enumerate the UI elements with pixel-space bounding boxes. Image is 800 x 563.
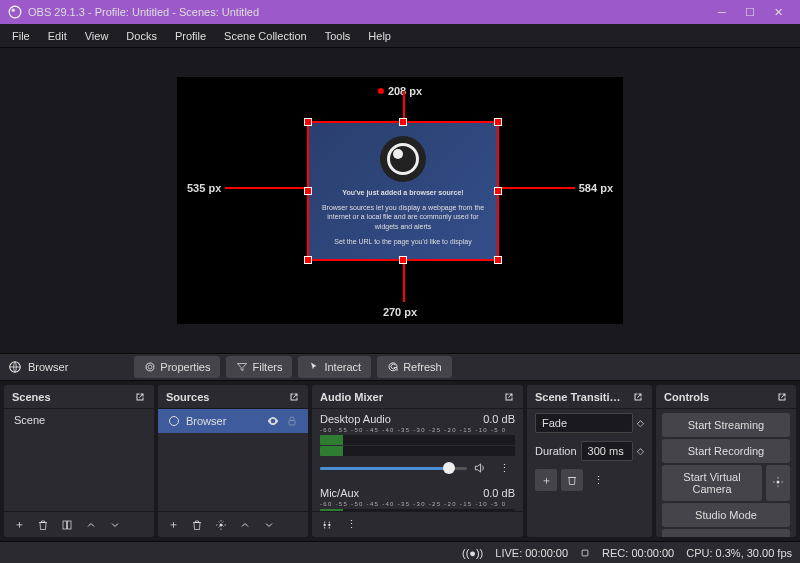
signal-icon: ((●))	[462, 547, 483, 559]
start-streaming-button[interactable]: Start Streaming	[662, 413, 790, 437]
globe-icon	[168, 415, 180, 427]
context-source: Browser	[8, 360, 68, 374]
menu-edit[interactable]: Edit	[40, 26, 75, 46]
stop-icon	[580, 548, 590, 558]
add-transition-button[interactable]: ＋	[535, 469, 557, 491]
filter-icon	[236, 361, 248, 373]
gear-icon	[215, 519, 227, 531]
svg-rect-4	[68, 521, 72, 529]
svg-point-8	[324, 523, 326, 525]
add-scene-button[interactable]: ＋	[8, 514, 30, 536]
menu-file[interactable]: File	[4, 26, 38, 46]
dimension-right: 584 px	[579, 182, 613, 194]
properties-button[interactable]: Properties	[134, 356, 220, 378]
preview-area[interactable]: 208 px 535 px 584 px 270 px You've just …	[0, 48, 800, 353]
scene-down-button[interactable]	[104, 514, 126, 536]
menu-profile[interactable]: Profile	[167, 26, 214, 46]
mixer-channel-mic: Mic/Aux0.0 dB -60 -55 -50 -45 -40 -35 -3…	[312, 483, 523, 511]
channel-menu-button[interactable]: ⋮	[493, 457, 515, 479]
source-up-button[interactable]	[234, 514, 256, 536]
popout-icon[interactable]	[776, 391, 788, 403]
source-item-browser[interactable]: Browser	[158, 409, 308, 433]
start-virtual-camera-button[interactable]: Start Virtual Camera	[662, 465, 762, 501]
grid-icon	[61, 519, 73, 531]
obs-logo-icon	[380, 136, 426, 182]
context-bar: Browser Properties Filters Interact Refr…	[0, 353, 800, 381]
svg-point-9	[328, 523, 330, 525]
menubar: File Edit View Docks Profile Scene Colle…	[0, 24, 800, 48]
refresh-button[interactable]: Refresh	[377, 356, 452, 378]
start-recording-button[interactable]: Start Recording	[662, 439, 790, 463]
statusbar: ((●)) LIVE: 00:00:00 REC: 00:00:00 CPU: …	[0, 541, 800, 563]
gear-small-icon	[320, 518, 334, 532]
mixer-adv-button[interactable]	[316, 514, 338, 536]
transition-select[interactable]: Fade	[535, 413, 633, 433]
controls-title: Controls	[664, 391, 709, 403]
refresh-icon	[387, 361, 399, 373]
window-title: OBS 29.1.3 - Profile: Untitled - Scenes:…	[28, 6, 259, 18]
eye-icon[interactable]	[266, 414, 280, 428]
source-desc: Browser sources let you display a webpag…	[317, 203, 489, 230]
scenes-panel: Scenes Scene ＋	[4, 385, 154, 537]
maximize-button[interactable]: ☐	[736, 2, 764, 22]
speaker-icon[interactable]	[473, 461, 487, 475]
trash-icon	[191, 519, 203, 531]
status-cpu: CPU: 0.3%, 30.00 fps	[686, 547, 792, 559]
vu-meter	[320, 435, 515, 445]
titlebar: OBS 29.1.3 - Profile: Untitled - Scenes:…	[0, 0, 800, 24]
menu-help[interactable]: Help	[360, 26, 399, 46]
close-button[interactable]: ✕	[764, 2, 792, 22]
dimension-top: 208 px	[388, 85, 422, 97]
svg-rect-3	[63, 521, 67, 529]
remove-transition-button[interactable]	[561, 469, 583, 491]
menu-scene-collection[interactable]: Scene Collection	[216, 26, 315, 46]
scene-up-button[interactable]	[80, 514, 102, 536]
lock-icon[interactable]	[286, 415, 298, 427]
svg-point-10	[777, 481, 780, 484]
studio-mode-button[interactable]: Studio Mode	[662, 503, 790, 527]
duration-input[interactable]: 300 ms	[581, 441, 633, 461]
scene-item[interactable]: Scene	[4, 409, 154, 431]
minimize-button[interactable]: ─	[708, 2, 736, 22]
dimension-left: 535 px	[187, 182, 221, 194]
duration-label: Duration	[535, 445, 577, 457]
filters-button[interactable]: Filters	[226, 356, 292, 378]
settings-button[interactable]: Settings	[662, 529, 790, 537]
mixer-menu-button[interactable]: ⋮	[340, 514, 362, 536]
remove-scene-button[interactable]	[32, 514, 54, 536]
popout-icon[interactable]	[288, 391, 300, 403]
menu-docks[interactable]: Docks	[118, 26, 165, 46]
gear-icon	[144, 361, 156, 373]
add-source-button[interactable]: ＋	[162, 514, 184, 536]
scene-filter-button[interactable]	[56, 514, 78, 536]
source-props-button[interactable]	[210, 514, 232, 536]
scenes-title: Scenes	[12, 391, 51, 403]
trash-icon	[37, 519, 49, 531]
svg-point-1	[12, 9, 16, 13]
source-down-button[interactable]	[258, 514, 280, 536]
remove-source-button[interactable]	[186, 514, 208, 536]
chevron-down-icon	[263, 519, 275, 531]
volume-slider[interactable]	[320, 467, 467, 470]
popout-icon[interactable]	[503, 391, 515, 403]
vcam-settings-button[interactable]	[766, 465, 790, 501]
controls-panel: Controls Start Streaming Start Recording…	[656, 385, 796, 537]
popout-icon[interactable]	[632, 391, 644, 403]
panels: Scenes Scene ＋ Sources Browser ＋	[0, 381, 800, 541]
globe-icon	[8, 360, 22, 374]
source-title: You've just added a browser source!	[342, 188, 463, 197]
gear-icon	[772, 476, 784, 488]
transitions-title: Scene Transiti…	[535, 391, 621, 403]
transition-menu-button[interactable]: ⋮	[587, 469, 609, 491]
status-rec: REC: 00:00:00	[602, 547, 674, 559]
browser-source-box[interactable]: You've just added a browser source! Brow…	[307, 121, 499, 261]
preview-canvas[interactable]: 208 px 535 px 584 px 270 px You've just …	[177, 77, 623, 324]
interact-button[interactable]: Interact	[298, 356, 371, 378]
chevron-up-icon	[85, 519, 97, 531]
svg-point-7	[220, 523, 223, 526]
menu-view[interactable]: View	[77, 26, 117, 46]
popout-icon[interactable]	[134, 391, 146, 403]
menu-tools[interactable]: Tools	[317, 26, 359, 46]
transitions-panel: Scene Transiti… Fade ◇ Duration 300 ms ◇…	[527, 385, 652, 537]
pointer-icon	[308, 361, 320, 373]
